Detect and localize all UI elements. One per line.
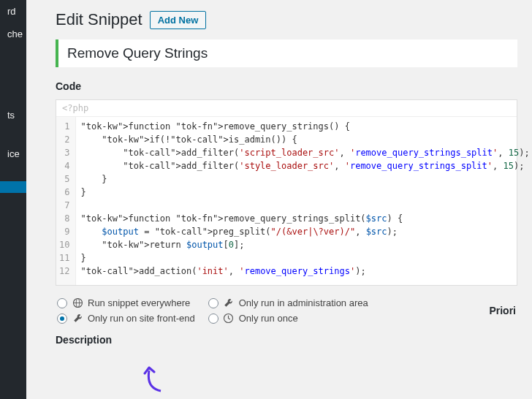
globe-icon [72,297,83,308]
radio-once[interactable] [208,314,218,324]
radio-everywhere[interactable] [57,298,67,308]
sidebar-item[interactable]: ts [0,104,26,126]
scope-label: Run snippet everywhere [88,297,190,308]
heading-row: Edit Snippet Add New [56,7,517,39]
main-content: Edit Snippet Add New Remove Query String… [26,0,532,346]
scope-admin[interactable]: Only run in administration area [208,297,368,308]
clock-icon [223,313,235,324]
sidebar-item[interactable]: rd [0,0,26,23]
line-gutter: 123456789101112 [56,117,76,285]
radio-admin[interactable] [208,298,218,308]
admin-sidebar: rd che ts ice [0,0,26,399]
scope-label: Only run on site front-end [88,313,195,324]
priority-label: Priori [489,305,516,316]
annotation-arrow-icon [139,366,168,395]
sidebar-item-active[interactable] [0,181,26,193]
description-label: Description [56,334,517,346]
wrench-icon [72,313,83,324]
scope-everywhere[interactable]: Run snippet everywhere [57,297,195,308]
scope-frontend[interactable]: Only run on site front-end [57,313,195,324]
wrench-icon [223,297,235,308]
add-new-button[interactable]: Add New [150,11,207,29]
page-title: Edit Snippet [56,10,142,29]
scope-label: Only run once [239,313,298,324]
code-prefix: <?php [56,100,517,117]
code-editor[interactable]: <?php 123456789101112 "tok-kw">function … [56,99,517,286]
code-label: Code [56,80,517,92]
scope-once[interactable]: Only run once [208,313,368,324]
scope-label: Only run in administration area [239,297,368,308]
sidebar-item[interactable]: ice [0,142,26,165]
snippet-title-input[interactable]: Remove Query Strings [56,39,517,67]
sidebar-item[interactable]: che [0,23,26,45]
scope-options: Run snippet everywhere Only run on site … [56,286,517,327]
radio-frontend[interactable] [57,314,67,324]
code-lines[interactable]: "tok-kw">function "tok-fn">remove_query_… [76,117,532,285]
